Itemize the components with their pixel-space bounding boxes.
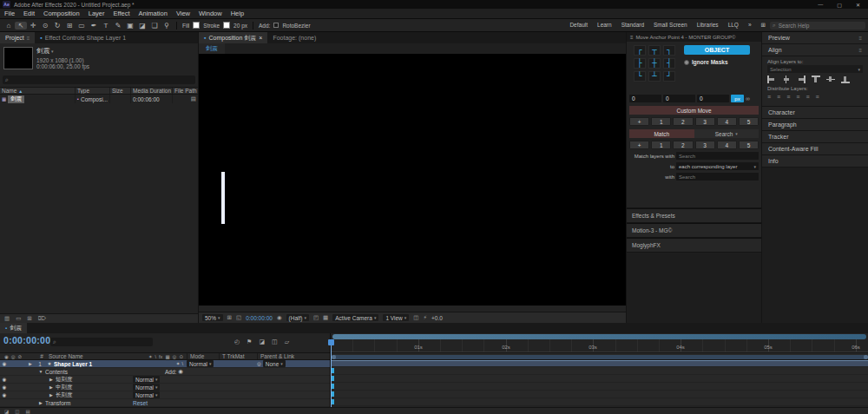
playhead-line[interactable] bbox=[331, 339, 332, 411]
group-name[interactable]: 中刻度 bbox=[56, 384, 133, 391]
property-track[interactable] bbox=[331, 375, 868, 383]
frame-blend-icon[interactable]: ◫ bbox=[272, 338, 278, 345]
distribute-bottom-icon[interactable]: ≡ bbox=[786, 94, 790, 100]
match-preset-1-button[interactable]: 1 bbox=[651, 141, 671, 149]
panel-tracker[interactable]: Tracker bbox=[762, 131, 868, 143]
shape-layer-graphic[interactable] bbox=[221, 172, 225, 224]
new-folder-icon[interactable]: ▭ bbox=[16, 315, 21, 322]
motion-3-panel[interactable]: Motion-3 - MG© bbox=[627, 223, 761, 237]
tab-project[interactable]: Project ≡ bbox=[0, 32, 35, 43]
panel-menu-icon[interactable]: ≡ bbox=[858, 48, 862, 53]
property-track[interactable] bbox=[331, 391, 868, 398]
panel-content-aware-fill[interactable]: Content-Aware Fill bbox=[762, 143, 868, 155]
menu-help[interactable]: Help bbox=[227, 10, 248, 17]
puppet-pin-tool-icon[interactable]: ⚲ bbox=[161, 22, 173, 30]
magnification-select[interactable]: 50%▾ bbox=[202, 314, 223, 321]
current-time-display[interactable]: 0:00:00:00 bbox=[3, 335, 50, 345]
add-menu-icon[interactable]: ◉ bbox=[178, 368, 183, 375]
distribute-top-icon[interactable]: ≡ bbox=[767, 94, 771, 100]
column-layer-number[interactable]: # bbox=[36, 353, 47, 359]
grid-guides-icon[interactable]: ⊞ bbox=[227, 314, 232, 321]
lock-toggle-icon[interactable]: ⊘ bbox=[18, 354, 23, 359]
layer-row-shape-layer-1[interactable]: ◉ ▶ 1 ★ Shape Layer 1 ✦ \ Normal▾ ◎ None… bbox=[0, 360, 330, 368]
motion-blur-icon[interactable]: ▱ bbox=[285, 338, 289, 345]
anchor-top-right-button[interactable]: ┐ bbox=[663, 45, 675, 56]
composition-viewport[interactable] bbox=[199, 54, 626, 306]
transform-label[interactable]: Transform bbox=[45, 400, 133, 406]
custom-add-button[interactable]: + bbox=[629, 117, 649, 126]
anchor-top-left-button[interactable]: ┌ bbox=[634, 45, 646, 56]
type-tool-icon[interactable]: T bbox=[100, 22, 112, 30]
eye-icon[interactable]: ◉ bbox=[0, 361, 9, 366]
to-layer-select[interactable]: each corresponding layer▾ bbox=[676, 162, 759, 170]
column-parent-link[interactable]: Parent & Link bbox=[257, 353, 330, 359]
expander-icon[interactable]: ▼ bbox=[36, 369, 45, 374]
anchor-center-button[interactable]: ┼ bbox=[648, 58, 661, 69]
column-source-name[interactable]: Source Name bbox=[47, 353, 133, 359]
add-label[interactable]: Add: bbox=[165, 369, 176, 375]
timeline-tab[interactable]: ▪ 剑震 bbox=[0, 323, 27, 333]
time-ruler[interactable]: 01s 02s 03s 04s 05s 06s bbox=[331, 339, 868, 352]
delete-icon[interactable]: ⌦ bbox=[38, 315, 46, 322]
eye-icon[interactable]: ◉ bbox=[0, 377, 9, 382]
px-unit-button[interactable]: px bbox=[731, 95, 744, 102]
panel-align[interactable]: Align≡ bbox=[762, 44, 868, 56]
stroke-label[interactable]: Stroke bbox=[203, 23, 220, 29]
match-preset-5-button[interactable]: 5 bbox=[739, 141, 759, 149]
quality-switch-icon[interactable]: ✦ bbox=[176, 361, 181, 366]
column-media-duration[interactable]: Media Duration bbox=[130, 88, 172, 94]
anchor-x-input[interactable]: 0 bbox=[629, 95, 661, 102]
menu-file[interactable]: File bbox=[0, 10, 19, 17]
group-row-long-tick[interactable]: ◉ ▶ 长刻度 Normal▾ bbox=[0, 391, 330, 399]
anchor-bottom-right-button[interactable]: ┘ bbox=[663, 71, 675, 82]
keyframe-marker[interactable] bbox=[332, 376, 334, 381]
add-label[interactable]: Add: bbox=[259, 23, 270, 29]
column-file-path[interactable]: File Path bbox=[172, 88, 198, 94]
match-preset-3-button[interactable]: 3 bbox=[695, 141, 715, 149]
video-toggle-icon[interactable]: ◉ bbox=[4, 354, 9, 359]
eraser-tool-icon[interactable]: ◪ bbox=[136, 22, 148, 30]
fill-swatch[interactable] bbox=[193, 22, 200, 29]
new-composition-icon[interactable]: ⊞ bbox=[27, 315, 31, 322]
menu-composition[interactable]: Composition bbox=[39, 10, 84, 17]
menu-animation[interactable]: Animation bbox=[135, 10, 172, 17]
shape-tool-icon[interactable]: ▭ bbox=[76, 22, 88, 30]
custom-preset-3-button[interactable]: 3 bbox=[695, 117, 715, 126]
composition-thumbnail[interactable] bbox=[3, 47, 33, 69]
fast-previews-icon[interactable]: ⚡ bbox=[423, 314, 427, 321]
panel-paragraph[interactable]: Paragraph bbox=[762, 119, 868, 131]
region-of-interest-icon[interactable]: ◰ bbox=[313, 314, 319, 321]
draft-3d-icon[interactable]: ⚑ bbox=[247, 338, 252, 345]
anchor-panel-header[interactable]: ≡ Move Anchor Point 4 - MONTER GROUP© bbox=[627, 32, 761, 42]
fill-label[interactable]: Fill bbox=[182, 23, 189, 29]
blend-mode-select[interactable]: Normal▾ bbox=[187, 360, 214, 367]
timeline-search-input[interactable]: ⌕ bbox=[50, 338, 153, 346]
effects-presets-panel[interactable]: Effects & Presets bbox=[627, 208, 761, 222]
custom-preset-2-button[interactable]: 2 bbox=[673, 117, 693, 126]
align-selection-select[interactable]: Selection▾ bbox=[767, 65, 863, 73]
workspace-small-screen[interactable]: Small Screen bbox=[654, 22, 687, 29]
anchor-bottom-center-button[interactable]: ┴ bbox=[648, 71, 661, 82]
object-button[interactable]: OBJECT bbox=[684, 45, 750, 55]
custom-preset-1-button[interactable]: 1 bbox=[651, 117, 671, 126]
custom-preset-4-button[interactable]: 4 bbox=[717, 117, 737, 126]
menu-window[interactable]: Window bbox=[194, 10, 227, 17]
expand-in-out-icon[interactable]: ▤ bbox=[25, 409, 30, 414]
project-row-composition[interactable]: ▦ 剑震 ▪ Composi... 0:00:06:00 ▤ bbox=[0, 95, 198, 103]
group-row-mid-tick[interactable]: ◉ ▶ 中刻度 Normal▾ bbox=[0, 384, 330, 391]
distribute-left-icon[interactable]: ≡ bbox=[796, 94, 799, 100]
expand-transfer-controls-icon[interactable]: ◫ bbox=[15, 409, 19, 414]
anchor-mid-left-button[interactable]: ├ bbox=[634, 58, 646, 69]
tab-footage[interactable]: Footage: (none) bbox=[267, 32, 321, 43]
shy-layers-icon[interactable]: ◪ bbox=[259, 338, 265, 345]
layer-name[interactable]: Shape Layer 1 bbox=[54, 361, 133, 367]
anchor-y-input[interactable]: 0 bbox=[663, 95, 695, 102]
panel-info[interactable]: Info bbox=[762, 155, 868, 168]
expander-icon[interactable]: ▶ bbox=[47, 392, 56, 398]
match-layers-search-input[interactable]: Search bbox=[676, 152, 759, 160]
workspace-standard[interactable]: Standard bbox=[621, 22, 644, 29]
property-track[interactable] bbox=[331, 383, 868, 391]
exposure-value[interactable]: +0.0 bbox=[431, 315, 443, 321]
align-right-icon[interactable] bbox=[797, 76, 806, 83]
reset-link[interactable]: Reset bbox=[133, 400, 148, 406]
